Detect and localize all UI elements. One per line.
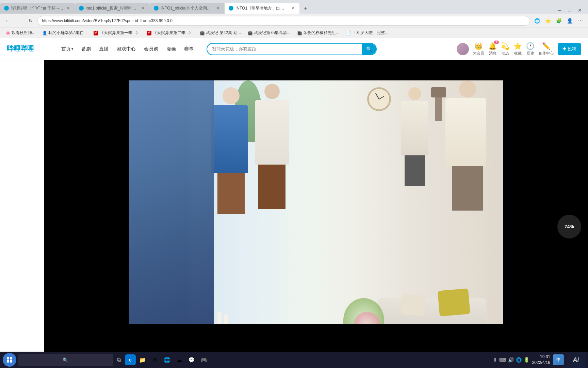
taskbar-task-view[interactable]: ⧉ [114, 354, 124, 366]
language-indicator[interactable]: 中 [553, 354, 564, 365]
back-button[interactable]: ← [3, 16, 12, 26]
bookmark-3-label: 《天赋异禀第一季...》 [100, 30, 140, 36]
bookmark-6[interactable]: 🎬 武庚纪第75集高清... [245, 29, 293, 37]
taskbar-date-display: 2022/4/16 [532, 360, 550, 366]
bookmark-5-label: 武庚纪-第42集-动... [206, 30, 241, 36]
history-action[interactable]: 🕐 历史 [526, 42, 535, 56]
taskbar-up-icon[interactable]: ⬆ [493, 357, 497, 363]
bookmark-3-favicon: M [94, 31, 98, 35]
message-action[interactable]: 🔔 1 消息 [488, 42, 497, 56]
bookmark-7-label: 亲爱的柠檬精先生... [303, 30, 339, 36]
taskbar-network-icon[interactable]: 🌐 [516, 357, 522, 363]
taskbar-volume-icon[interactable]: 🔊 [508, 357, 514, 363]
bookmark-4-label: 《天赋异禀第二季...》 [153, 30, 193, 36]
favorites-action[interactable]: ⭐ 收藏 [513, 42, 522, 56]
taskbar-mail[interactable]: ✉ [149, 354, 160, 365]
taskbar-edge[interactable]: e [125, 354, 136, 365]
taskbar-search[interactable]: 🔍 [18, 354, 113, 366]
video-bottom-black-2 [44, 342, 588, 353]
translate-icon[interactable]: 🌐 [532, 16, 542, 26]
nav-home[interactable]: 首页 ▾ [58, 44, 77, 54]
dynamic-action[interactable]: 💫 动态 [501, 42, 509, 56]
message-label: 消息 [489, 51, 496, 56]
bookmark-5-favicon: 🎬 [200, 31, 205, 35]
extensions-icon[interactable]: 🧩 [554, 16, 564, 26]
tab-4[interactable]: INTO1《明早老地方，出发》... ✕ [225, 3, 299, 14]
ai-button[interactable]: Ai [567, 352, 585, 368]
taskbar-right: ⬆ ⌨ 🔊 🌐 🔋 19:31 2022/4/16 中 Ai [493, 352, 585, 368]
bookmark-2-label: 我的小确幸第7集在... [48, 30, 87, 36]
studio-action[interactable]: ✏️ 创作中心 [539, 42, 554, 56]
search-input[interactable] [212, 46, 362, 51]
address-text: https://www.bilibili.com/video/BV1eq4y12… [42, 18, 526, 23]
upload-button[interactable]: ✚ 投稿 [558, 43, 581, 55]
wall-clock [367, 87, 391, 111]
nav-live[interactable]: 直播 [96, 44, 112, 54]
studio-icon: ✏️ [542, 42, 551, 50]
tab-2-close[interactable]: ✕ [140, 5, 146, 11]
main-navigation: 首页 ▾ 番剧 直播 游戏中心 会员购 漫画 赛事 [58, 44, 197, 54]
yellow-cushion [438, 288, 470, 317]
bookmark-8[interactable]: 📄 「斗罗大陆」完整... [343, 29, 391, 37]
tab-4-close[interactable]: ✕ [290, 5, 295, 11]
tab-2[interactable]: into1 official_搜索_哔哩哔哩--bili... ✕ [75, 3, 150, 14]
taskbar-keyboard-icon[interactable]: ⌨ [499, 357, 506, 363]
favorites-label: 收藏 [514, 51, 522, 56]
person-foreground [129, 80, 214, 342]
forward-button[interactable]: → [14, 16, 24, 26]
bookmark-7-favicon: 🎬 [297, 31, 302, 35]
tab-2-favicon [79, 6, 84, 11]
nav-mall[interactable]: 会员购 [141, 44, 162, 54]
taskbar-app9[interactable]: 🎮 [198, 354, 209, 365]
bookmark-2-favicon: 👤 [42, 31, 47, 35]
more-icon[interactable]: ⋯ [576, 16, 585, 26]
bookmark-3[interactable]: M 《天赋异禀第一季...》 [91, 29, 143, 37]
search-box[interactable]: 🔍 [207, 43, 377, 55]
bookmark-2[interactable]: 👤 我的小确幸第7集在... [39, 29, 89, 37]
start-button[interactable] [3, 353, 16, 367]
profile-icon[interactable]: 👤 [565, 16, 574, 26]
vip-icon: 👑 [474, 42, 483, 50]
new-tab-button[interactable]: + [301, 4, 310, 14]
vip-label: 大会员 [473, 51, 484, 56]
tab-1-favicon [4, 6, 9, 11]
taskbar-wechat[interactable]: 💬 [186, 354, 197, 365]
address-box[interactable]: https://www.bilibili.com/video/BV1eq4y12… [37, 16, 530, 26]
maximize-button[interactable]: □ [566, 7, 573, 14]
nav-game[interactable]: 游戏中心 [113, 44, 139, 54]
dynamic-icon: 💫 [501, 42, 509, 50]
user-avatar[interactable] [457, 43, 469, 55]
nav-esports[interactable]: 赛事 [181, 44, 197, 54]
bookmark-4[interactable]: M 《天赋异禀第二季...》 [144, 29, 196, 37]
video-frame[interactable] [129, 80, 503, 342]
close-button[interactable]: ✕ [576, 7, 584, 14]
history-icon: 🕐 [526, 42, 535, 50]
search-button[interactable]: 🔍 [362, 44, 376, 55]
tab-3-title: INTO1_official的个人空间_哔哩哔哩... [161, 5, 213, 11]
bookmark-5[interactable]: 🎬 武庚纪-第42集-动... [197, 29, 244, 37]
tab-1[interactable]: 哔哩哔哩（*ﾟ∀ﾟ*)ﾛ 千杯~--bilibi... ✕ [0, 3, 75, 14]
video-area[interactable] [44, 60, 588, 353]
taskbar-file-explorer[interactable]: 📁 [137, 354, 148, 365]
vip-action[interactable]: 👑 大会员 [473, 42, 484, 56]
taskbar-battery-icon[interactable]: 🔋 [524, 357, 529, 363]
bilibili-logo[interactable]: 哔哩哔哩 [7, 43, 51, 56]
favorites-icon[interactable]: ⭐ [543, 16, 553, 26]
minimize-button[interactable]: ─ [556, 7, 564, 14]
taskbar: 🔍 ⧉ e 📁 ✉ 🌐 ☁ 💬 🎮 ⬆ ⌨ 🔊 🌐 🔋 19:31 2022/4… [0, 352, 588, 368]
video-bottom-black [129, 324, 503, 342]
bookmark-7[interactable]: 🎬 亲爱的柠檬精先生... [294, 29, 342, 37]
bookmark-8-favicon: 📄 [346, 31, 351, 35]
bookmark-1[interactable]: 🌸 欢春秋封神... [3, 29, 38, 37]
message-icon: 🔔 1 [488, 42, 497, 50]
reload-button[interactable]: ↻ [26, 16, 35, 26]
tab-1-close[interactable]: ✕ [65, 5, 71, 11]
taskbar-edge-2[interactable]: 🌐 [162, 354, 173, 365]
nav-comic[interactable]: 漫画 [163, 44, 179, 54]
taskbar-onedrive[interactable]: ☁ [174, 354, 185, 365]
volume-indicator: 74% [557, 215, 581, 239]
toolbar-icons: 🌐 ⭐ 🧩 👤 ⋯ [532, 16, 585, 26]
tab-3-close[interactable]: ✕ [215, 5, 220, 11]
nav-drama[interactable]: 番剧 [78, 44, 94, 54]
tab-3[interactable]: INTO1_official的个人空间_哔哩哔哩... ✕ [150, 3, 225, 14]
